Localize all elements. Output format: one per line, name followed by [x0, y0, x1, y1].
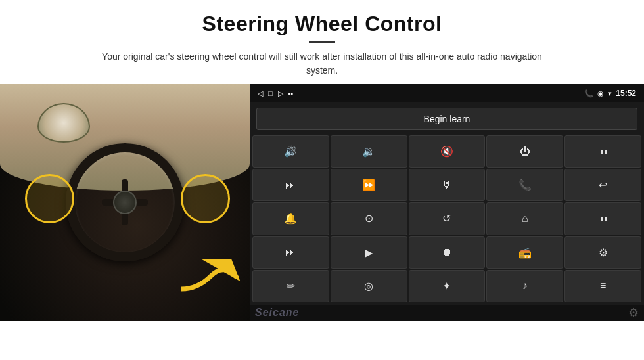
home-nav-icon[interactable]: □ — [268, 89, 273, 97]
prev-track-button[interactable]: ⏮ — [564, 202, 641, 235]
back-button[interactable]: ↺ — [409, 202, 486, 235]
time-display: 15:52 — [616, 89, 636, 98]
watermark-row: Seicane ⚙ — [250, 305, 644, 321]
statusbar: ◁ □ ▷ ▪▪ 📞 ◉ ▾ 15:52 — [250, 84, 644, 102]
page-title: Steering Wheel Control — [39, 12, 605, 36]
call-button[interactable]: 📞 — [486, 169, 563, 201]
page-container: Steering Wheel Control Your original car… — [0, 0, 644, 360]
audio-src-button[interactable]: 🔔 — [252, 202, 329, 235]
fast-fwd-button[interactable]: ⏭ — [252, 236, 329, 269]
highlight-circle-left — [25, 174, 74, 223]
controls-grid: 🔊🔉🔇⏻⏮⏭⏩🎙📞↩🔔⊙↺⌂⏮⏭▶⏺📻⚙✏◎✦♪≡ — [250, 134, 644, 305]
vol-up-button[interactable]: 🔊 — [252, 135, 329, 168]
home-button[interactable]: ⌂ — [486, 202, 563, 235]
tuner-button[interactable]: 📻 — [486, 236, 563, 269]
music-button[interactable]: ♪ — [486, 270, 563, 302]
nav-button[interactable]: ▶ — [331, 236, 407, 269]
highlight-circle-right — [181, 174, 230, 223]
mic-button[interactable]: 🎙 — [409, 169, 486, 201]
title-divider — [309, 41, 335, 43]
statusbar-left: ◁ □ ▷ ▪▪ — [258, 89, 293, 98]
header-section: Steering Wheel Control Your original car… — [0, 0, 644, 84]
call-prev-button[interactable]: ⏮ — [564, 135, 641, 168]
content-area: ◁ □ ▷ ▪▪ 📞 ◉ ▾ 15:52 Begin learn 🔊 — [0, 84, 644, 360]
android-ui: ◁ □ ▷ ▪▪ 📞 ◉ ▾ 15:52 Begin learn 🔊 — [250, 84, 644, 321]
360-camera-button[interactable]: ⊙ — [331, 202, 407, 235]
begin-learn-button[interactable]: Begin learn — [256, 108, 637, 130]
car-image — [0, 84, 250, 321]
radio-button[interactable]: ⏺ — [409, 236, 486, 269]
settings-gear-icon[interactable]: ⚙ — [628, 305, 639, 320]
subtitle: Your original car's steering wheel contr… — [85, 50, 559, 78]
begin-learn-row: Begin learn — [250, 102, 644, 134]
mode-button[interactable]: ◎ — [331, 270, 407, 302]
equalizer-button[interactable]: ⚙ — [564, 236, 641, 269]
bluetooth-button[interactable]: ✦ — [409, 270, 486, 302]
recents-nav-icon[interactable]: ▷ — [278, 89, 283, 98]
watermark-text: Seicane — [255, 307, 299, 319]
ff-next-button[interactable]: ⏩ — [331, 169, 407, 201]
sw-center — [113, 191, 137, 214]
wifi-icon: ▾ — [608, 89, 612, 98]
statusbar-right: 📞 ◉ ▾ 15:52 — [584, 89, 636, 98]
spectrum-button[interactable]: ≡ — [564, 270, 641, 302]
location-icon: ◉ — [597, 89, 604, 98]
power-button[interactable]: ⏻ — [486, 135, 563, 168]
hangup-button[interactable]: ↩ — [564, 169, 641, 201]
edit-button[interactable]: ✏ — [252, 270, 329, 302]
next-button[interactable]: ⏭ — [252, 169, 329, 201]
phone-icon: 📞 — [584, 89, 593, 98]
back-nav-icon[interactable]: ◁ — [258, 89, 263, 98]
signal-icon: ▪▪ — [288, 89, 294, 97]
mute-button[interactable]: 🔇 — [409, 135, 486, 168]
steering-wheel — [66, 143, 184, 261]
vol-down-button[interactable]: 🔉 — [331, 135, 407, 168]
sw-rim — [66, 143, 184, 261]
yellow-arrow — [178, 259, 237, 292]
